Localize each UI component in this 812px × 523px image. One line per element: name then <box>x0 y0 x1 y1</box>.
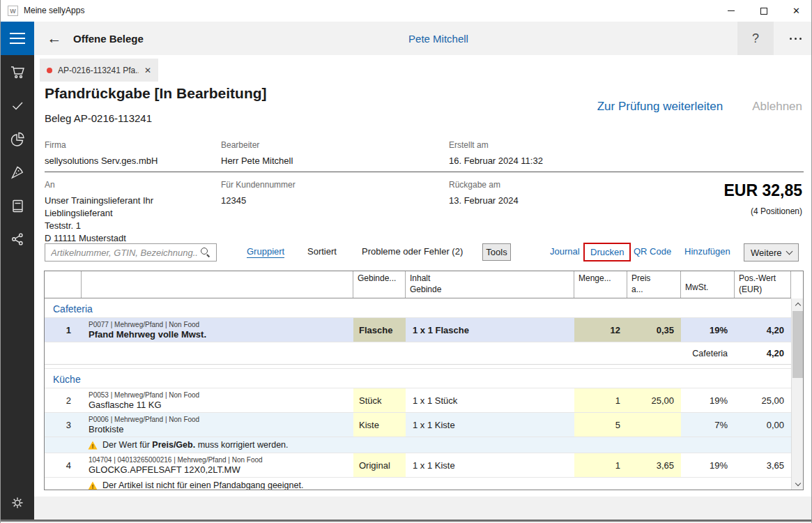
titlebar: W Meine sellyApps ✕ <box>1 0 812 22</box>
back-button[interactable]: ← <box>44 22 65 55</box>
col-inhalt-gebinde[interactable]: InhaltGebinde <box>406 271 574 298</box>
preis-cell[interactable]: 0,35 <box>627 318 681 342</box>
search-icon[interactable] <box>200 247 211 258</box>
article-cell: 104704 | 04013265000216 | Mehrweg/Pfand … <box>82 453 353 477</box>
scroll-up-icon[interactable] <box>792 298 804 310</box>
unsaved-dot-icon <box>47 68 52 73</box>
table-row[interactable]: 3 P0006 | Mehrweg/Pfand | Non Food Brotk… <box>45 413 791 437</box>
scrollbar-thumb[interactable] <box>792 311 803 378</box>
menge-cell[interactable]: 12 <box>574 318 627 342</box>
help-button[interactable]: ? <box>737 22 774 55</box>
footer-area <box>34 497 812 520</box>
sidebar-item-settings[interactable] <box>1 486 34 520</box>
inhalt-cell: 1 x 1 Flasche <box>406 318 574 342</box>
preis-cell[interactable]: 3,65 <box>627 453 681 477</box>
preis-cell[interactable]: 25,00 <box>627 388 681 412</box>
positions-count: (4 Positionen) <box>751 206 802 216</box>
field-value: sellysolutions Serv.ges.mbH <box>45 155 221 167</box>
hinzufuegen-button[interactable]: Hinzufügen <box>684 246 730 257</box>
mwst-cell: 19% <box>681 388 735 412</box>
field-firma: Firma sellysolutions Serv.ges.mbH <box>45 140 221 172</box>
tools-button[interactable]: Tools <box>482 243 511 261</box>
tab-close-icon[interactable]: ✕ <box>144 66 151 75</box>
gebinde-cell[interactable]: Stück <box>353 388 406 412</box>
field-row-2: An Unser Trainingslieferant Ihr Liebling… <box>45 180 804 245</box>
user-link[interactable]: Pete Mitchell <box>408 22 468 55</box>
scroll-down-icon[interactable] <box>792 478 804 490</box>
gebinde-cell[interactable]: Flasche <box>353 318 406 342</box>
field-row-1: Firma sellysolutions Serv.ges.mbH Bearbe… <box>45 140 804 172</box>
sidebar-item-cart[interactable] <box>1 55 34 89</box>
col-article <box>82 271 353 298</box>
group-subtotal: Cafeteria 4,20 <box>45 342 791 365</box>
journal-button[interactable]: Journal <box>550 246 580 257</box>
positions-table: Gebinde... InhaltGebinde Menge... Preisa… <box>44 271 804 490</box>
wert-cell: 0,00 <box>735 413 791 437</box>
maximize-icon <box>760 8 767 15</box>
table-row[interactable]: 2 P0053 | Mehrweg/Pfand | Non Food Gasfl… <box>45 388 791 413</box>
weitere-dropdown[interactable]: Weitere <box>744 243 799 262</box>
forward-for-review-button[interactable]: Zur Prüfung weiterleiten <box>597 100 723 114</box>
article-search <box>45 243 217 262</box>
gebinde-cell[interactable]: Kiste <box>353 413 406 437</box>
wert-cell: 4,20 <box>735 318 791 342</box>
app-logo-icon: W <box>8 6 18 16</box>
row-number: 2 <box>45 388 82 412</box>
document-number: Beleg AP-0216-113241 <box>45 112 152 124</box>
table-header: Gebinde... InhaltGebinde Menge... Preisa… <box>45 271 791 298</box>
article-name: Brotkiste <box>89 424 124 434</box>
drucken-button[interactable]: Drucken <box>590 247 624 257</box>
document-total: EUR 32,85 <box>723 181 802 200</box>
hamburger-menu-button[interactable] <box>1 22 34 55</box>
page-title: Offene Belege <box>73 22 144 55</box>
field-erstellt-am: Erstellt am 16. Februar 2024 11:32 <box>449 140 804 172</box>
group-header-kueche[interactable]: Küche <box>45 369 791 388</box>
table-row[interactable]: 4 104704 | 04013265000216 | Mehrweg/Pfan… <box>45 453 791 478</box>
col-gebinde[interactable]: Gebinde... <box>353 271 406 298</box>
sortiert-toggle[interactable]: Sortiert <box>307 246 337 257</box>
tab-label: AP-0216-113241 Pfa... <box>58 66 139 75</box>
sidebar-item-reports[interactable] <box>1 122 34 156</box>
close-icon: ✕ <box>792 6 800 15</box>
document-tab[interactable]: AP-0216-113241 Pfa... ✕ <box>40 59 158 82</box>
row-warning: ! Der Artikel ist nicht für einen Pfanda… <box>45 478 791 490</box>
col-menge[interactable]: Menge... <box>574 271 627 298</box>
menge-cell[interactable]: 1 <box>574 388 627 412</box>
group-header-cafeteria[interactable]: Cafeteria <box>45 298 791 318</box>
field-value: Herr Pete Mitchell <box>221 155 449 167</box>
row-warning: ! Der Wert für Preis/Geb. muss korrigier… <box>45 437 791 453</box>
col-mwst[interactable]: MwSt. <box>681 271 735 298</box>
more-options-button[interactable] <box>780 22 811 55</box>
article-name: GLOCKG.APFELSAFT 12X0,2LT.MW <box>89 464 240 475</box>
field-label: Für Kundennummer <box>221 180 449 190</box>
gruppiert-toggle[interactable]: Gruppiert <box>247 246 284 258</box>
maximize-button[interactable] <box>747 0 780 22</box>
book-icon <box>10 198 25 213</box>
minimize-button[interactable] <box>714 0 747 22</box>
menge-cell[interactable]: 1 <box>574 453 627 477</box>
field-label: An <box>45 180 221 190</box>
article-name: Gasflasche 11 KG <box>89 400 162 410</box>
inhalt-cell: 1 x 1 Kiste <box>406 413 574 437</box>
window-title: Meine sellyApps <box>24 6 84 15</box>
document-actions: Zur Prüfung weiterleiten Ablehnen <box>597 100 802 114</box>
col-preis[interactable]: Preisa... <box>627 271 681 298</box>
minimize-icon <box>728 10 735 11</box>
sidebar-item-tasks[interactable] <box>1 89 34 122</box>
sidebar-item-journal[interactable] <box>1 189 34 222</box>
table-row[interactable]: 1 P0077 | Mehrweg/Pfand | Non Food Pfand… <box>45 318 791 342</box>
preis-cell[interactable] <box>627 413 681 437</box>
sidebar-item-food[interactable] <box>1 156 34 189</box>
article-meta: P0053 | Mehrweg/Pfand | Non Food <box>89 391 199 399</box>
col-pos-wert[interactable]: Pos.-Wert(EUR) <box>735 271 791 298</box>
close-button[interactable]: ✕ <box>780 0 812 22</box>
qr-code-button[interactable]: QR Code <box>634 246 671 257</box>
gebinde-cell[interactable]: Original <box>353 453 406 477</box>
search-input[interactable] <box>45 248 200 258</box>
table-scrollbar[interactable] <box>791 298 803 490</box>
probleme-filter[interactable]: Probleme oder Fehler (2) <box>362 246 463 257</box>
article-meta: 104704 | 04013265000216 | Mehrweg/Pfand … <box>89 456 263 464</box>
menge-cell[interactable]: 5 <box>574 413 627 437</box>
article-name: Pfand Mehrweg volle Mwst. <box>89 329 206 340</box>
subtotal-value: 4,20 <box>735 342 791 364</box>
